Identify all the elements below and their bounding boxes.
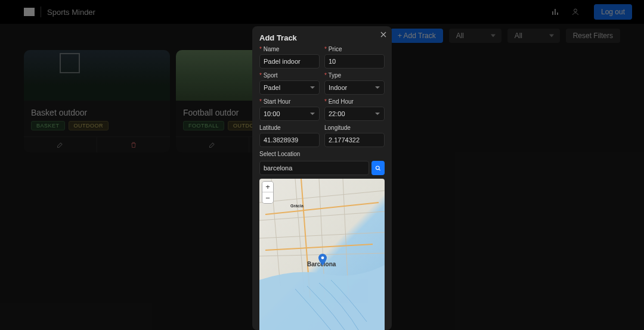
type-label: Type [324,72,385,79]
end-hour-select[interactable]: 22:00 [324,107,385,121]
name-label: Name [259,46,320,52]
start-hour-select[interactable]: 10:00 [259,107,320,121]
lon-label: Longitude [324,124,385,131]
close-icon[interactable] [380,31,387,40]
map-marker-icon [318,254,327,266]
sport-select[interactable]: Padel [259,80,320,95]
type-select[interactable]: Indoor [324,80,385,95]
location-search-button[interactable] [371,161,385,175]
add-track-modal: Add Track Name Price Sport Padel Type In… [252,26,392,330]
svg-point-1 [376,166,379,169]
end-hour-label: End Hour [324,98,385,105]
svg-point-2 [321,256,324,259]
sport-label: Sport [259,72,320,79]
modal-title: Add Track [259,33,385,42]
zoom-out-button[interactable]: − [262,192,273,203]
price-label: Price [324,46,385,52]
map[interactable]: + − Gràcia Barcelona Leaflet | © OpenStr… [259,179,385,330]
location-search-input[interactable] [259,161,369,175]
lon-input[interactable] [324,133,385,147]
name-input[interactable] [259,54,320,69]
start-hour-label: Start Hour [259,98,320,105]
map-zoom-controls: + − [262,182,273,203]
map-label-gracia: Gràcia [290,204,304,208]
lat-label: Latitude [259,124,320,131]
modal-overlay: Add Track Name Price Sport Padel Type In… [0,0,644,330]
lat-input[interactable] [259,133,320,147]
select-location-label: Select Location [259,151,385,157]
price-input[interactable] [324,54,385,69]
zoom-in-button[interactable]: + [262,182,273,192]
